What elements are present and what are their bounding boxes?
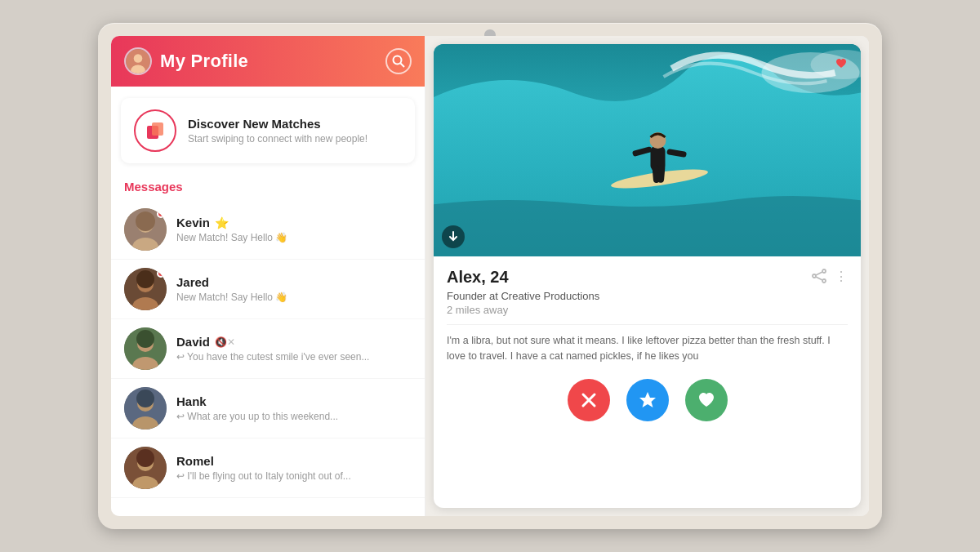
left-panel: My Profile Discove: [111, 36, 425, 516]
app-container: My Profile Discove: [111, 36, 869, 516]
message-item-hank[interactable]: Hank ↩ What are you up to this weekend..…: [111, 379, 425, 438]
header-bar: My Profile: [111, 36, 425, 87]
msg-name-romel: Romel: [176, 454, 214, 468]
header-left: My Profile: [124, 47, 248, 75]
header-title: My Profile: [160, 51, 248, 72]
avatar-romel: [124, 447, 167, 489]
svg-point-39: [822, 279, 826, 283]
messages-list: Kevin ⭐ New Match! Say Hello 👋: [111, 200, 425, 516]
share-button[interactable]: [812, 269, 826, 287]
svg-line-4: [401, 64, 405, 68]
discover-subtitle: Start swiping to connect with new people…: [188, 133, 368, 145]
svg-point-26: [136, 449, 154, 467]
msg-name-hank: Hank: [176, 394, 207, 408]
svg-point-1: [134, 54, 143, 63]
profile-info: Alex, 24 ⋮: [434, 256, 861, 372]
msg-content-jared: Jared New Match! Say Hello 👋: [176, 275, 412, 303]
device-frame: My Profile Discove: [98, 23, 882, 529]
svg-point-10: [136, 211, 155, 231]
msg-preview-kevin: New Match! Say Hello 👋: [176, 232, 372, 243]
right-panel: Alex, 24 ⋮: [425, 36, 869, 516]
svg-line-41: [816, 277, 822, 280]
svg-point-38: [813, 274, 816, 278]
svg-point-3: [394, 56, 402, 65]
discover-card[interactable]: Discover New Matches Start swiping to co…: [121, 98, 415, 163]
msg-name-row-jared: Jared: [176, 275, 412, 289]
svg-point-37: [822, 269, 826, 273]
msg-name-row-romel: Romel: [176, 454, 412, 468]
discover-title: Discover New Matches: [188, 117, 368, 131]
star-badge-kevin: ⭐: [215, 216, 229, 229]
msg-content-romel: Romel ↩ I'll be flying out to Italy toni…: [176, 454, 412, 482]
msg-preview-hank: ↩ What are you up to this weekend...: [176, 411, 372, 422]
msg-content-hank: Hank ↩ What are you up to this weekend..…: [176, 394, 412, 422]
online-dot-kevin: [157, 210, 165, 218]
msg-preview-david: ↩ You have the cutest smile i've ever se…: [176, 351, 372, 363]
svg-line-40: [816, 272, 822, 275]
profile-photo: [434, 44, 861, 256]
like-button[interactable]: [685, 379, 728, 421]
svg-marker-44: [639, 392, 656, 407]
profile-name-row: Alex, 24 ⋮: [447, 268, 848, 287]
profile-avatar[interactable]: [124, 47, 152, 75]
profile-card: Alex, 24 ⋮: [434, 44, 861, 508]
profile-action-buttons: ⋮: [812, 269, 848, 287]
avatar-kevin: [124, 208, 167, 251]
msg-name-david: David: [176, 335, 210, 349]
photo-download-button[interactable]: [442, 225, 465, 248]
msg-preview-jared: New Match! Say Hello 👋: [176, 292, 372, 303]
msg-name-kevin: Kevin: [176, 216, 210, 229]
profile-bio: I'm a libra, but not sure what it means.…: [447, 324, 848, 364]
action-buttons: [434, 372, 861, 431]
avatar-jared: [124, 268, 167, 310]
avatar-hank: [124, 387, 167, 430]
message-item-jared[interactable]: Jared New Match! Say Hello 👋: [111, 260, 425, 319]
msg-content-david: David 🔇✕ ↩ You have the cutest smile i'v…: [176, 335, 412, 363]
message-item-romel[interactable]: Romel ↩ I'll be flying out to Italy toni…: [111, 438, 425, 498]
msg-preview-romel: ↩ I'll be flying out to Italy tonight ou…: [176, 470, 372, 482]
search-button[interactable]: [385, 48, 412, 74]
avatar-david: [124, 327, 167, 370]
photo-heart-indicator: [830, 52, 853, 75]
msg-name-row-hank: Hank: [176, 394, 412, 408]
nope-button[interactable]: [568, 379, 610, 421]
svg-point-18: [136, 330, 154, 348]
mute-icon-david: 🔇✕: [215, 336, 235, 348]
svg-rect-6: [152, 122, 163, 136]
message-item-kevin[interactable]: Kevin ⭐ New Match! Say Hello 👋: [111, 200, 425, 260]
discover-text: Discover New Matches Start swiping to co…: [188, 117, 368, 145]
profile-name: Alex, 24: [447, 268, 509, 287]
msg-content-kevin: Kevin ⭐ New Match! Say Hello 👋: [176, 216, 412, 243]
msg-name-jared: Jared: [176, 275, 209, 289]
messages-label: Messages: [111, 175, 425, 200]
online-dot-jared: [157, 269, 165, 278]
message-item-david[interactable]: David 🔇✕ ↩ You have the cutest smile i'v…: [111, 319, 425, 379]
msg-name-row-kevin: Kevin ⭐: [176, 216, 412, 229]
svg-point-14: [136, 270, 154, 288]
discover-icon: [134, 109, 176, 152]
svg-point-22: [136, 390, 154, 407]
profile-distance: 2 miles away: [447, 304, 848, 316]
super-like-button[interactable]: [626, 379, 669, 421]
more-button[interactable]: ⋮: [835, 269, 848, 287]
profile-job: Founder at Creative Productions: [447, 290, 848, 302]
msg-name-row-david: David 🔇✕: [176, 335, 412, 349]
